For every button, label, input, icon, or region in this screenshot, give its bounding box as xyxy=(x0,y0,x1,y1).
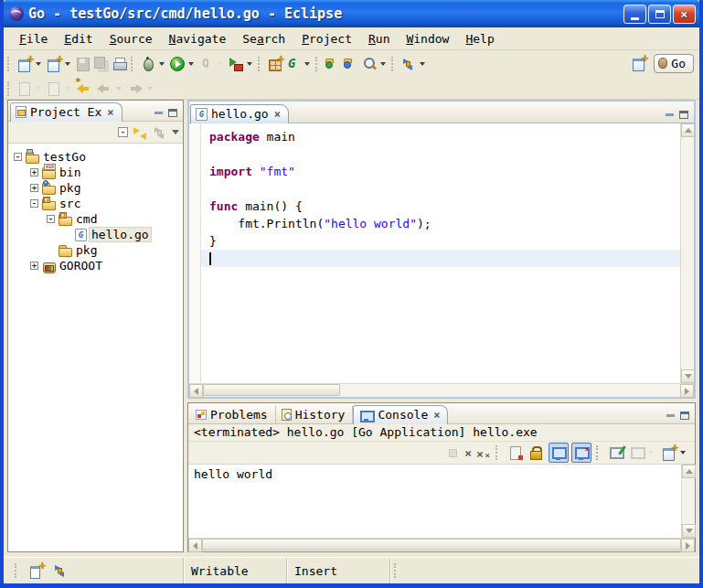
menu-run[interactable]: Run xyxy=(360,30,398,48)
close-icon[interactable]: × xyxy=(431,409,440,422)
menu-source[interactable]: Source xyxy=(101,30,161,48)
search-button[interactable] xyxy=(360,54,389,74)
tree-item-cmd[interactable]: - cmd xyxy=(12,211,183,227)
go-perspective-button[interactable]: Go xyxy=(654,54,694,73)
scrollbar-thumb[interactable] xyxy=(203,384,340,396)
minimize-view-icon[interactable] xyxy=(666,414,675,417)
dropdown-arrow-icon[interactable] xyxy=(36,62,41,66)
menu-navigate[interactable]: Navigate xyxy=(161,30,235,48)
clear-console-button[interactable] xyxy=(506,443,525,463)
maximize-view-icon[interactable] xyxy=(679,111,688,119)
sync-button[interactable] xyxy=(399,54,429,74)
editor-vertical-scrollbar[interactable] xyxy=(680,123,694,383)
tab-hello-go[interactable]: G hello.go × xyxy=(190,104,289,123)
next-annotation-button xyxy=(16,79,45,99)
menu-edit[interactable]: Edit xyxy=(56,30,101,48)
remove-launch-button[interactable]: × xyxy=(463,445,473,461)
collapse-expander-icon[interactable]: - xyxy=(14,153,22,161)
new-go-project-button[interactable]: + xyxy=(266,54,284,74)
open-folder-button[interactable] xyxy=(342,54,360,74)
scroll-up-icon[interactable] xyxy=(681,123,695,137)
tree-item-pkg[interactable]: + pkg xyxy=(12,180,183,196)
console-output[interactable]: hello world xyxy=(188,465,681,538)
tree-item-hello-go[interactable]: G hello.go xyxy=(12,227,183,242)
tree-item-goroot[interactable]: + GOROOT xyxy=(12,258,183,273)
open-console-button[interactable]: + xyxy=(660,443,689,463)
scroll-down-icon[interactable] xyxy=(682,524,696,538)
title-bar[interactable]: Go - testGo/src/cmd/hello.go - Eclipse × xyxy=(4,0,699,27)
menu-file[interactable]: File xyxy=(11,30,56,48)
new-go-element-button[interactable]: + xyxy=(45,54,74,74)
scroll-down-icon[interactable] xyxy=(681,369,695,383)
tree-item-bin[interactable]: + 010 bin xyxy=(12,165,183,180)
scroll-right-icon[interactable] xyxy=(681,539,695,552)
tab-problems[interactable]: Problems xyxy=(190,405,276,424)
sync-trim-icon[interactable] xyxy=(52,562,69,579)
minimize-view-icon[interactable] xyxy=(666,113,674,116)
debug-button[interactable] xyxy=(139,54,168,74)
collapse-expander-icon[interactable]: - xyxy=(30,199,38,208)
folder-icon xyxy=(58,243,73,258)
expand-expander-icon[interactable]: + xyxy=(30,184,38,192)
open-perspective-button[interactable]: + xyxy=(630,53,648,73)
tab-project-explorer[interactable]: Project Ex × xyxy=(10,102,122,122)
collapse-expander-icon[interactable]: - xyxy=(47,215,55,223)
tree-item-pkg2[interactable]: pkg xyxy=(12,242,183,258)
scroll-left-icon[interactable] xyxy=(189,384,203,398)
annotation-ruler[interactable] xyxy=(189,123,201,383)
menu-project[interactable]: Project xyxy=(293,30,360,48)
print-button[interactable] xyxy=(111,54,129,74)
dropdown-arrow-icon[interactable] xyxy=(680,451,686,454)
dropdown-arrow-icon[interactable] xyxy=(65,62,70,66)
dropdown-arrow-icon[interactable] xyxy=(159,62,165,66)
remove-all-launches-button[interactable]: ×× xyxy=(475,443,491,463)
show-stderr-toggle[interactable]: × xyxy=(571,443,591,463)
code-editor[interactable]: package main import "fmt" func main() { … xyxy=(201,123,680,383)
dropdown-arrow-icon[interactable] xyxy=(188,62,194,66)
console-horizontal-scrollbar[interactable] xyxy=(188,538,695,551)
tree-item-testgo[interactable]: - testGo xyxy=(12,149,183,165)
scroll-left-icon[interactable] xyxy=(188,539,202,552)
scroll-lock-button[interactable] xyxy=(527,443,546,463)
menu-help[interactable]: Help xyxy=(457,30,502,48)
pin-console-button[interactable] xyxy=(607,443,625,463)
external-tools-button[interactable] xyxy=(227,54,256,74)
expand-expander-icon[interactable]: + xyxy=(30,168,38,176)
view-menu-icon[interactable] xyxy=(172,130,179,134)
maximize-view-icon[interactable] xyxy=(680,412,689,420)
scroll-right-icon[interactable] xyxy=(680,384,694,398)
new-wizard-button[interactable]: + xyxy=(16,54,45,74)
dropdown-arrow-icon[interactable] xyxy=(420,62,425,66)
editor-console-column: G hello.go × package main import "fmt" xyxy=(187,100,696,552)
close-icon[interactable]: × xyxy=(105,106,113,119)
dropdown-arrow-icon[interactable] xyxy=(380,62,386,66)
close-icon[interactable]: × xyxy=(272,108,281,121)
menu-search[interactable]: Search xyxy=(234,30,293,48)
close-button[interactable]: × xyxy=(673,5,696,24)
dropdown-arrow-icon[interactable] xyxy=(247,62,252,66)
new-go-app-button[interactable]: G xyxy=(284,54,314,74)
maximize-view-icon[interactable] xyxy=(168,109,177,117)
last-edit-location-button[interactable]: * xyxy=(74,80,94,98)
minimize-view-icon[interactable] xyxy=(154,112,163,114)
link-with-editor-icon[interactable] xyxy=(132,124,148,141)
collapse-all-icon[interactable]: - xyxy=(118,127,128,137)
tab-history[interactable]: History xyxy=(276,405,354,424)
scrollbar-thumb[interactable] xyxy=(202,539,681,551)
tree-item-src[interactable]: - src xyxy=(12,196,183,211)
menu-window[interactable]: Window xyxy=(398,30,457,48)
toolbar-grip xyxy=(258,57,262,71)
open-resource-button[interactable] xyxy=(324,54,342,74)
dropdown-arrow-icon xyxy=(648,451,654,454)
minimize-button[interactable] xyxy=(623,5,646,24)
tab-console[interactable]: Console × xyxy=(353,405,448,424)
run-button[interactable] xyxy=(168,54,197,74)
editor-horizontal-scrollbar[interactable] xyxy=(189,383,694,397)
scroll-up-icon[interactable] xyxy=(682,465,696,478)
show-stdout-toggle[interactable] xyxy=(549,443,569,463)
console-vertical-scrollbar[interactable] xyxy=(681,465,695,538)
maximize-button[interactable] xyxy=(648,5,671,24)
fast-view-icon[interactable]: + xyxy=(28,562,45,579)
dropdown-arrow-icon[interactable] xyxy=(304,62,310,66)
expand-expander-icon[interactable]: + xyxy=(30,262,38,270)
